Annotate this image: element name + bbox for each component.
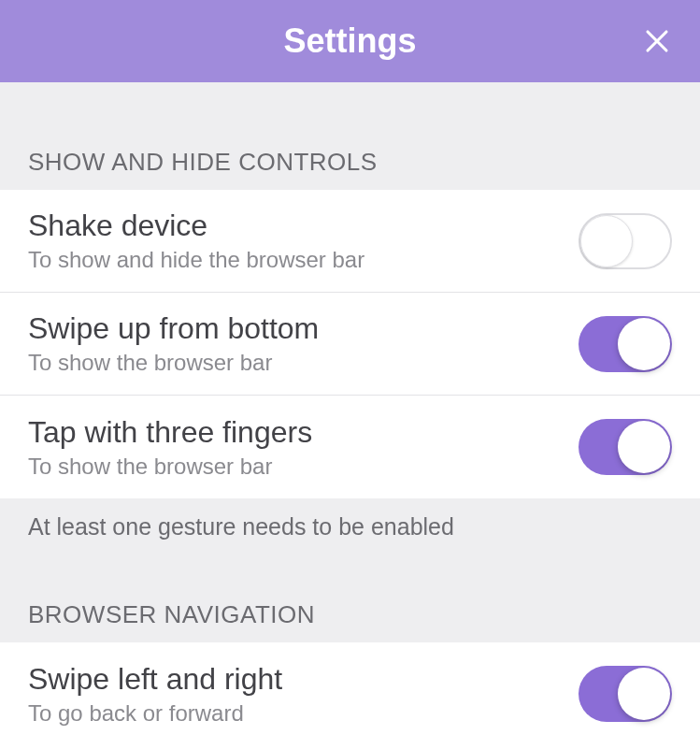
row-swipe-left-right: Swipe left and right To go back or forwa… xyxy=(0,642,700,735)
row-title: Tap with three fingers xyxy=(28,415,579,450)
row-text: Shake device To show and hide the browse… xyxy=(28,209,579,273)
toggle-swipe-up[interactable] xyxy=(579,316,672,372)
close-icon xyxy=(643,27,671,55)
toggle-shake-device[interactable] xyxy=(579,213,672,269)
row-shake-device: Shake device To show and hide the browse… xyxy=(0,190,700,293)
header-bar: Settings xyxy=(0,0,700,82)
row-text: Swipe left and right To go back or forwa… xyxy=(28,662,579,727)
row-text: Swipe up from bottom To show the browser… xyxy=(28,311,579,376)
section-header-navigation: BROWSER NAVIGATION xyxy=(0,555,700,642)
controls-footer-note: At least one gesture needs to be enabled xyxy=(0,498,700,555)
row-subtitle: To show and hide the browser bar xyxy=(28,247,579,273)
controls-list: Shake device To show and hide the browse… xyxy=(0,190,700,498)
toggle-knob xyxy=(618,421,670,473)
toggle-knob xyxy=(580,215,633,267)
row-subtitle: To go back or forward xyxy=(28,700,579,727)
row-title: Shake device xyxy=(28,209,579,243)
row-subtitle: To show the browser bar xyxy=(28,350,579,376)
close-button[interactable] xyxy=(640,24,674,58)
toggle-swipe-left-right[interactable] xyxy=(579,666,672,722)
page-title: Settings xyxy=(283,22,416,61)
row-title: Swipe left and right xyxy=(28,662,579,697)
row-subtitle: To show the browser bar xyxy=(28,454,579,480)
toggle-knob xyxy=(618,668,670,720)
toggle-three-fingers[interactable] xyxy=(579,419,672,475)
navigation-list: Swipe left and right To go back or forwa… xyxy=(0,642,700,735)
row-title: Swipe up from bottom xyxy=(28,311,579,346)
section-header-controls: SHOW AND HIDE CONTROLS xyxy=(0,82,700,190)
row-swipe-up: Swipe up from bottom To show the browser… xyxy=(0,293,700,396)
row-text: Tap with three fingers To show the brows… xyxy=(28,415,579,480)
toggle-knob xyxy=(618,318,670,370)
row-three-fingers: Tap with three fingers To show the brows… xyxy=(0,396,700,498)
